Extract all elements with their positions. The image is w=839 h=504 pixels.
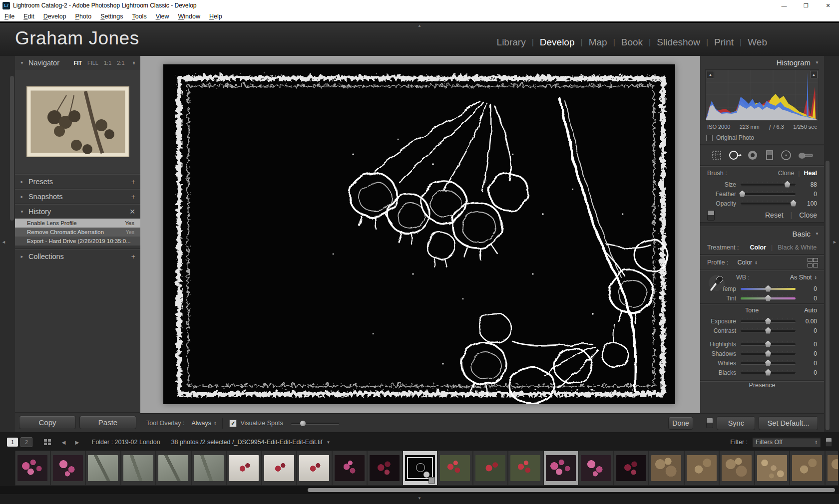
treatment-bw-button[interactable]: Black & White (778, 244, 817, 251)
close-button-panel[interactable]: Close (799, 211, 817, 219)
history-header[interactable]: ▼ History ✕ (15, 205, 140, 219)
bottom-panel-toggle[interactable]: ▼ (0, 494, 839, 504)
treatment-color-button[interactable]: Color (750, 244, 766, 251)
visualize-spots-checkbox[interactable]: ✓ (229, 420, 237, 427)
slider-track[interactable] (741, 362, 796, 364)
basic-header[interactable]: Basic ▼ (700, 227, 824, 241)
filmstrip-thumbnail[interactable] (578, 451, 614, 486)
menu-develop[interactable]: Develop (39, 13, 71, 20)
add-collection-icon[interactable]: + (131, 252, 135, 260)
highlight-clipping-icon[interactable]: ▲ (810, 71, 818, 78)
left-scrollbar[interactable] (10, 76, 14, 221)
right-scrollbar[interactable] (826, 161, 830, 430)
filmstrip-thumbnail[interactable] (121, 451, 156, 486)
snapshots-header[interactable]: ► Snapshots + (15, 190, 140, 204)
filmstrip-scrollbar-thumb[interactable] (308, 488, 835, 492)
next-photo-icon[interactable]: ► (70, 439, 84, 446)
filmstrip-thumbnail[interactable] (367, 451, 403, 486)
menu-tools[interactable]: Tools (127, 13, 151, 20)
set-default-button[interactable]: Set Default... (759, 416, 818, 430)
original-photo-checkbox[interactable] (706, 135, 713, 141)
slider-knob[interactable] (739, 191, 745, 197)
graduated-filter-tool-icon[interactable] (764, 149, 776, 161)
filmstrip-thumbnail[interactable] (614, 451, 649, 486)
slider-knob[interactable] (765, 350, 771, 357)
profile-select-icon[interactable]: ▲▼ (755, 260, 757, 264)
navigator-header[interactable]: ▼ Navigator FIT FILL 1:1 2:1 ▲▼ (15, 56, 140, 70)
add-preset-icon[interactable]: + (131, 178, 135, 186)
filmstrip-thumbnail[interactable] (226, 451, 262, 486)
filmstrip-source[interactable]: Folder : 2019-02 London (92, 439, 160, 446)
menu-window[interactable]: Window (174, 13, 205, 20)
auto-sync-switch[interactable] (706, 418, 713, 428)
presence-header[interactable]: Presence (700, 382, 824, 393)
crop-tool-icon[interactable] (710, 149, 723, 161)
red-eye-tool-icon[interactable] (747, 149, 759, 161)
zoom-1-1-option[interactable]: 1:1 (104, 60, 111, 66)
main-window-button[interactable]: 1 (7, 438, 18, 447)
tool-overlay-select[interactable]: Always (191, 420, 211, 427)
wb-select[interactable]: As Shot (790, 274, 812, 281)
filmstrip-scrollbar[interactable] (0, 486, 839, 494)
panel-enable-switch[interactable] (707, 210, 715, 221)
heal-mode-button[interactable]: Heal (804, 170, 817, 177)
filmstrip-thumbnail[interactable] (156, 451, 191, 486)
filmstrip-thumbnail[interactable] (191, 451, 227, 486)
filmstrip-thumbnail[interactable] (332, 451, 368, 486)
collections-header[interactable]: ► Collections + (15, 250, 140, 263)
histogram-header[interactable]: Histogram ▼ (700, 56, 824, 69)
menu-settings[interactable]: Settings (96, 13, 127, 20)
top-panel-toggle-icon[interactable]: ▲ (0, 23, 839, 28)
minimize-button[interactable]: — (773, 0, 795, 11)
filmstrip-thumbnail[interactable] (508, 451, 543, 486)
grid-view-icon[interactable] (44, 439, 51, 445)
filmstrip-thumbnail[interactable] (297, 451, 332, 486)
slider-knob[interactable] (765, 369, 771, 376)
zoom-fit-option[interactable]: FIT (73, 60, 82, 66)
add-snapshot-icon[interactable]: + (131, 193, 135, 201)
filmstrip-thumbnail[interactable] (473, 451, 508, 486)
slider-track[interactable] (741, 353, 796, 355)
paste-button[interactable]: Paste (79, 416, 136, 429)
slider-track[interactable] (741, 372, 796, 374)
module-map[interactable]: Map (583, 37, 613, 48)
close-button[interactable]: ✕ (817, 0, 839, 11)
profile-browser-icon[interactable] (808, 258, 817, 267)
visualize-spots-slider[interactable] (291, 423, 339, 424)
slider-track[interactable] (741, 320, 796, 322)
zoom-select-icon[interactable]: ▲▼ (133, 61, 135, 65)
module-slideshow[interactable]: Slideshow (651, 37, 706, 48)
history-step[interactable]: Export - Hard Drive (2/26/2019 10:35:0..… (15, 237, 140, 246)
slider-track[interactable] (741, 203, 796, 205)
collapse-right-panel-icon[interactable]: ► (833, 240, 837, 245)
second-window-button[interactable]: 2 (20, 437, 32, 447)
previous-photo-icon[interactable]: ◄ (57, 439, 70, 446)
clone-mode-button[interactable]: Clone (778, 170, 795, 177)
slider-track[interactable] (741, 288, 796, 290)
filmstrip-thumbnail[interactable] (719, 451, 755, 486)
slider-track[interactable] (741, 297, 796, 299)
radial-filter-tool-icon[interactable] (780, 149, 792, 161)
copy-button[interactable]: Copy (19, 416, 76, 429)
tool-overlay-select-icon[interactable]: ▲▼ (214, 421, 216, 425)
filmstrip-thumbnail[interactable] (790, 451, 825, 486)
slider-knob[interactable] (765, 318, 771, 324)
filmstrip-thumbnail[interactable] (15, 451, 50, 486)
menu-view[interactable]: View (151, 13, 174, 20)
filmstrip-thumbnail[interactable] (825, 451, 839, 486)
filter-enable-switch[interactable] (826, 438, 832, 447)
slider-track[interactable] (741, 330, 796, 332)
navigator-preview[interactable] (15, 70, 140, 174)
filmstrip-thumbnail[interactable] (50, 451, 86, 486)
source-menu-icon[interactable]: ▼ (327, 440, 331, 445)
shadow-clipping-icon[interactable]: ▲ (707, 71, 714, 78)
zoom-2-1-option[interactable]: 2:1 (117, 60, 124, 66)
filmstrip-thumbnail[interactable] (437, 451, 473, 486)
slider-track[interactable] (741, 184, 796, 186)
clear-history-icon[interactable]: ✕ (129, 208, 135, 216)
module-web[interactable]: Web (742, 37, 773, 48)
module-print[interactable]: Print (708, 37, 740, 48)
slider-knob[interactable] (765, 327, 771, 334)
filmstrip-thumbnail[interactable] (262, 451, 297, 486)
module-book[interactable]: Book (615, 37, 649, 48)
